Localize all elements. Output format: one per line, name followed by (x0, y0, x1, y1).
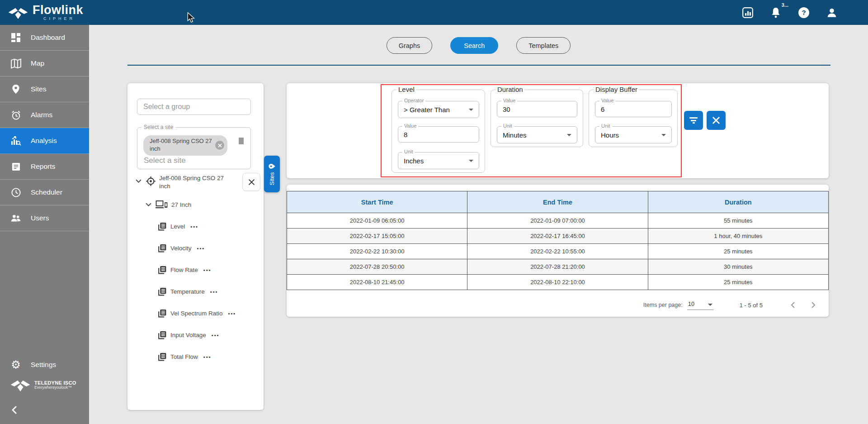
field-value: Inches (404, 157, 424, 165)
charts-nav-button[interactable] (741, 6, 754, 19)
bell-icon (770, 7, 781, 19)
cell-end-time: 2022-02-17 16:45:00 (467, 229, 648, 244)
account-button[interactable] (826, 6, 838, 19)
cell-end-time: 2022-08-10 22:10:00 (467, 275, 648, 290)
column-header-start-time[interactable]: Start Time (287, 191, 467, 213)
level-group: Level Operator > Greater Than Value 8 Un… (392, 90, 485, 173)
display-buffer-value-input[interactable]: Value 6 (595, 101, 672, 117)
tree-node-device[interactable]: 27 Inch (146, 200, 191, 209)
items-per-page-select[interactable]: 10 (687, 300, 713, 310)
sidebar-label: Reports (31, 162, 55, 171)
level-group-title: Level (396, 86, 416, 93)
column-header-duration[interactable]: Duration (648, 191, 828, 213)
cell-duration: 25 minutes (648, 244, 828, 259)
tree-site-label: Jeff-008 Spring CSO 27 inch (159, 174, 228, 190)
sites-drawer-tab[interactable]: Sites (264, 156, 280, 192)
sidebar-item-reports[interactable]: Reports (0, 154, 89, 180)
notification-badge: 3... (782, 2, 788, 8)
duration-value-input[interactable]: Value 30 (497, 101, 577, 117)
tab-graphs[interactable]: Graphs (387, 37, 433, 54)
display-buffer-unit-select[interactable]: Unit Hours (595, 126, 672, 143)
sidebar-item-dashboard[interactable]: Dashboard (0, 25, 89, 51)
cell-duration: 55 minutes (648, 213, 828, 229)
cell-end-time: 2022-01-09 07:00:00 (467, 213, 648, 229)
previous-page-button[interactable] (786, 299, 799, 311)
next-page-button[interactable] (807, 299, 820, 311)
tab-templates[interactable]: Templates (516, 37, 571, 54)
tree-param-velocity[interactable]: Velocity ••• (157, 243, 205, 253)
selected-site-chip[interactable]: Jeff-008 Spring CSO 27 inch (143, 135, 227, 156)
chip-remove-button[interactable] (215, 141, 224, 150)
parameter-doc-icon (157, 222, 167, 231)
map-icon (10, 57, 22, 69)
page-range-label: 1 - 5 of 5 (740, 302, 763, 309)
notifications-button[interactable]: 3... (769, 6, 782, 19)
tree-param-input-voltage[interactable]: Input Voltage ••• (157, 330, 219, 340)
display-buffer-group-title: Display Buffer (594, 86, 639, 93)
param-menu-button[interactable]: ••• (228, 311, 236, 316)
sidebar-item-users[interactable]: Users (0, 205, 89, 231)
tree-param-temperature[interactable]: Temperature ••• (157, 287, 218, 296)
table-row[interactable]: 2022-08-10 21:45:00 2022-08-10 22:10:00 … (287, 275, 829, 290)
level-unit-select[interactable]: Unit Inches (398, 152, 479, 169)
level-value-input[interactable]: Value 8 (398, 126, 479, 143)
field-label: Value (501, 98, 517, 103)
tree-param-level[interactable]: Level ••• (157, 222, 198, 231)
field-value: 8 (404, 131, 407, 138)
group-select-input[interactable]: Select a group (137, 99, 251, 115)
param-menu-button[interactable]: ••• (212, 333, 220, 338)
cell-start-time: 2022-08-10 21:45:00 (287, 275, 467, 290)
param-menu-button[interactable]: ••• (190, 224, 198, 229)
brand-subtitle: CIPHER (43, 17, 83, 21)
location-pin-icon (269, 163, 276, 169)
sidebar-item-map[interactable]: Map (0, 51, 89, 76)
sites-tab-content: Sites (269, 163, 276, 185)
sidebar-label: Users (31, 214, 49, 222)
param-menu-button[interactable]: ••• (203, 354, 212, 360)
help-button[interactable]: ? (797, 6, 810, 19)
site-select-field[interactable]: Select a site Jeff-008 Spring CSO 27 inc… (137, 127, 251, 169)
tree-param-vel-spectrum-ratio[interactable]: Vel Spectrum Ratio ••• (157, 309, 236, 318)
navbar-actions: 3... ? (741, 6, 838, 19)
view-tabs: Graphs Search Templates (89, 37, 868, 54)
cell-duration: 30 minutes (648, 259, 828, 275)
tree-param-flow-rate[interactable]: Flow Rate ••• (157, 265, 211, 275)
chevron-down-icon[interactable] (136, 179, 142, 183)
table-row[interactable]: 2022-07-28 20:50:00 2022-07-28 21:20:00 … (287, 259, 829, 275)
param-menu-button[interactable]: ••• (197, 246, 205, 251)
sites-tab-label: Sites (269, 172, 275, 185)
main-content: Graphs Search Templates Select a group S… (89, 25, 868, 424)
duration-unit-select[interactable]: Unit Minutes (497, 126, 577, 143)
users-icon (10, 212, 22, 224)
remove-site-button[interactable] (242, 173, 260, 191)
cell-start-time: 2022-07-28 20:50:00 (287, 259, 467, 275)
apply-filter-button[interactable] (684, 111, 703, 130)
param-menu-button[interactable]: ••• (210, 289, 218, 295)
clear-filter-button[interactable] (707, 111, 726, 130)
param-menu-button[interactable]: ••• (203, 267, 212, 273)
sidebar-item-analysis[interactable]: Analysis (0, 128, 89, 154)
sidebar-label: Analysis (31, 137, 57, 145)
sidebar-item-sites[interactable]: Sites (0, 76, 89, 102)
items-per-page-label: Items per page: (643, 302, 683, 308)
brand-logo: Flowlink CIPHER (8, 4, 83, 21)
sidebar-item-scheduler[interactable]: Scheduler (0, 180, 89, 205)
sidebar-item-alarms[interactable]: Alarms (0, 102, 89, 128)
sidebar-item-settings[interactable]: ⚙ Settings (0, 352, 89, 377)
parameter-doc-icon (157, 243, 167, 253)
sidebar-collapse-button[interactable] (8, 404, 20, 416)
table-row[interactable]: 2022-01-09 06:05:00 2022-01-09 07:00:00 … (287, 213, 829, 229)
dropdown-arrow-icon (469, 160, 473, 162)
tree-node-site[interactable]: Jeff-008 Spring CSO 27 inch (136, 173, 255, 190)
results-panel: Start Time End Time Duration 2022-01-09 … (287, 185, 829, 317)
chevron-down-icon[interactable] (146, 203, 151, 207)
duration-group: Duration Value 30 Unit Minutes (491, 90, 583, 147)
field-label: Unit (599, 123, 612, 129)
tree-param-total-flow[interactable]: Total Flow ••• (157, 352, 211, 362)
tab-search[interactable]: Search (450, 37, 498, 54)
level-operator-select[interactable]: Operator > Greater Than (398, 101, 479, 118)
table-row[interactable]: 2022-02-17 15:05:00 2022-02-17 16:45:00 … (287, 229, 829, 244)
column-header-end-time[interactable]: End Time (467, 191, 648, 213)
field-label: Unit (501, 123, 514, 129)
table-row[interactable]: 2022-02-22 10:30:00 2022-02-22 10:55:00 … (287, 244, 829, 259)
